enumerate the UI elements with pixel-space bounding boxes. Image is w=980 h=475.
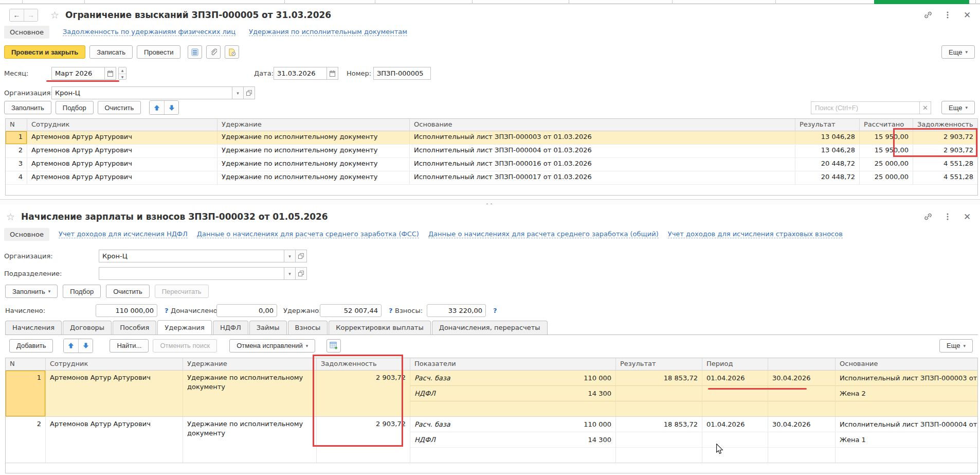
tab-dogovory[interactable]: Договоры <box>63 321 112 335</box>
month-stepper[interactable]: ▲▼ <box>118 67 126 80</box>
tab-donachisleniya-pereraschety[interactable]: Доначисления, перерасчеты <box>432 321 548 335</box>
favorite-star-icon[interactable]: ☆ <box>6 211 15 222</box>
move-up-button[interactable] <box>64 339 78 353</box>
col-deduction[interactable]: Удержание <box>217 119 410 131</box>
favorite-star-icon[interactable]: ☆ <box>50 9 59 21</box>
tab-ndfl[interactable]: НДФЛ <box>213 321 248 335</box>
month-input[interactable]: Март 2026 <box>51 67 105 80</box>
accrued-input[interactable]: 110 000,00 <box>96 304 157 317</box>
clear-button[interactable]: Очистить <box>106 285 150 298</box>
col-basis[interactable]: Основание <box>836 358 977 370</box>
close-icon[interactable]: ✕ <box>963 10 972 20</box>
fill-button[interactable]: Заполнить▾ <box>5 285 58 298</box>
col-employee[interactable]: Сотрудник <box>46 358 183 370</box>
table-row[interactable]: 1 Артемонов Артур Артурович Удержание по… <box>6 131 977 145</box>
col-basis[interactable]: Основание <box>410 119 795 131</box>
open-item-icon[interactable] <box>296 267 307 280</box>
col-result[interactable]: Результат <box>616 358 702 370</box>
clear-search-icon[interactable]: ✕ <box>920 101 931 114</box>
find-button[interactable]: Найти... <box>110 339 149 353</box>
calendar-icon[interactable] <box>105 67 116 80</box>
table-row[interactable]: 3 Артемонов Артур Артурович Удержание по… <box>6 158 977 171</box>
contributions-input[interactable]: 33 220,00 <box>427 304 486 317</box>
add-column-icon[interactable] <box>326 339 341 353</box>
pick-button[interactable]: Подбор <box>56 101 94 114</box>
add-row-button[interactable]: Добавить <box>9 339 53 353</box>
col-period[interactable]: Период <box>702 358 768 370</box>
col-period-end[interactable] <box>768 358 836 370</box>
more-button[interactable]: Еще▾ <box>939 339 973 353</box>
step-up-icon[interactable]: ▲ <box>119 67 126 74</box>
nav-link-writ-deductions[interactable]: Удержания по исполнительным документам <box>249 28 407 36</box>
clear-button[interactable]: Очистить <box>98 101 141 114</box>
paperclip-icon[interactable] <box>206 45 221 59</box>
help-icon[interactable]: ? <box>165 304 169 317</box>
dropdown-icon[interactable]: ▾ <box>284 267 296 280</box>
nav-link-insurance-income[interactable]: Учет доходов для исчисления страховых вз… <box>668 230 843 238</box>
organization-select[interactable]: Крон-Ц <box>99 250 284 262</box>
move-up-button[interactable] <box>150 101 164 114</box>
col-n[interactable]: N <box>6 358 46 370</box>
step-down-icon[interactable]: ▼ <box>119 74 126 80</box>
post-and-close-button[interactable]: Провести и закрыть <box>4 45 85 59</box>
col-calculated[interactable]: Рассчитано <box>860 119 913 131</box>
move-down-button[interactable] <box>164 101 178 114</box>
nav-link-avg-earnings-general[interactable]: Данные о начислениях для расчета среднег… <box>428 230 659 238</box>
extra-accrued-input[interactable]: 0,00 <box>216 304 277 317</box>
nav-main[interactable]: Основное <box>4 228 49 241</box>
window-splitter[interactable]: •• <box>0 199 980 204</box>
post-button[interactable]: Провести <box>137 45 181 59</box>
help-icon[interactable]: ? <box>389 304 393 317</box>
table-row[interactable]: 1 Артемонов Артур Артурович Удержание по… <box>6 371 977 417</box>
document-clock-icon[interactable] <box>225 45 239 59</box>
link-icon[interactable] <box>923 212 933 221</box>
col-debt[interactable]: Задолженность <box>913 119 977 131</box>
move-down-button[interactable] <box>78 339 93 353</box>
fill-button[interactable]: Заполнить <box>4 101 51 114</box>
col-employee[interactable]: Сотрудник <box>27 119 217 131</box>
dropdown-icon[interactable]: ▾ <box>284 250 296 262</box>
nav-main[interactable]: Основное <box>4 26 49 39</box>
table-row[interactable]: 2 Артемонов Артур Артурович Удержание по… <box>6 145 977 158</box>
cancel-search-button[interactable]: Отменить поиск <box>153 339 217 353</box>
tab-uderzhaniya[interactable]: Удержания <box>157 320 212 335</box>
nav-link-debt-individuals[interactable]: Задолженность по удержаниям физических л… <box>63 28 235 36</box>
open-item-icon[interactable] <box>296 250 307 262</box>
help-icon[interactable]: ? <box>493 304 497 317</box>
tab-posobiya[interactable]: Пособия <box>113 321 156 335</box>
col-debt[interactable]: Задолженность <box>317 358 410 370</box>
tab-zaymy[interactable]: Займы <box>249 321 287 335</box>
back-button[interactable]: ← <box>10 9 24 21</box>
register-records-icon[interactable] <box>188 45 202 59</box>
table-row[interactable]: 4 Артемонов Артур Артурович Удержание по… <box>6 171 977 185</box>
tab-nachisleniya[interactable]: Начисления <box>5 321 62 335</box>
withheld-input[interactable]: 52 007,44 <box>320 304 382 317</box>
col-n[interactable]: N <box>6 119 27 131</box>
more-vertical-icon[interactable] <box>943 10 952 20</box>
cancel-fixes-button[interactable]: Отмена исправлений▾ <box>229 339 315 353</box>
number-input[interactable]: ЗПЗП-000005 <box>373 67 431 80</box>
organization-select[interactable]: Крон-Ц <box>51 86 232 99</box>
nav-link-avg-earnings-fss[interactable]: Данные о начислениях для расчета среднег… <box>197 230 419 238</box>
tab-korrektirovki-vyplaty[interactable]: Корректировки выплаты <box>329 321 430 335</box>
dropdown-icon[interactable]: ▾ <box>232 86 244 99</box>
recalculate-button[interactable]: Пересчитать <box>155 285 209 298</box>
more-button[interactable]: Еще▾ <box>941 101 975 114</box>
nav-link-ndfl-income[interactable]: Учет доходов для исчисления НДФЛ <box>59 230 188 238</box>
forward-button[interactable]: → <box>24 9 38 21</box>
department-select[interactable] <box>99 267 284 280</box>
col-deduction[interactable]: Удержание <box>183 358 317 370</box>
search-input[interactable] <box>811 101 920 114</box>
pick-button[interactable]: Подбор <box>63 285 101 298</box>
open-item-icon[interactable] <box>244 86 255 99</box>
calendar-icon[interactable] <box>327 67 338 80</box>
link-icon[interactable] <box>923 10 933 20</box>
col-result[interactable]: Результат <box>795 119 860 131</box>
save-button[interactable]: Записать <box>89 45 133 59</box>
col-indicators[interactable]: Показатели <box>410 358 616 370</box>
date-input[interactable]: 31.03.2026 <box>274 67 327 80</box>
more-button[interactable]: Еще▾ <box>941 45 975 59</box>
tab-vznosy[interactable]: Взносы <box>288 321 328 335</box>
more-vertical-icon[interactable] <box>943 212 952 221</box>
table-row[interactable]: 2 Артемонов Артур Артурович Удержание по… <box>6 417 977 463</box>
